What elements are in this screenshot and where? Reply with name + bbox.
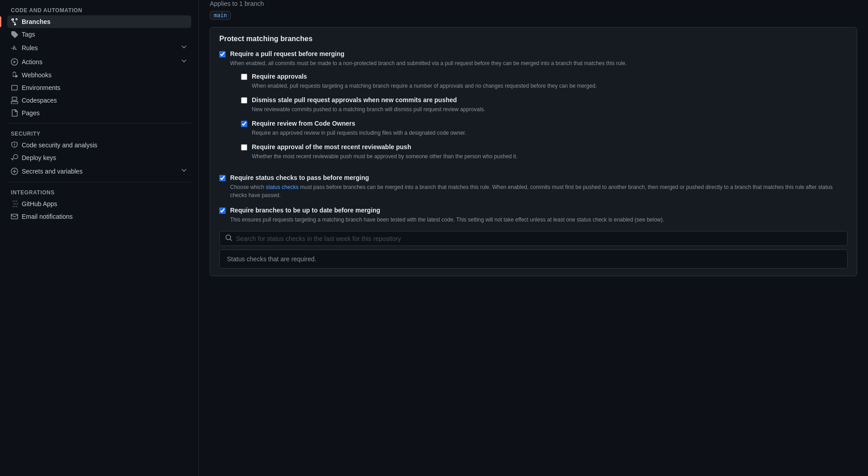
chevron-down-icon	[180, 57, 188, 66]
nested-row-dismiss-stale: Dismiss stale pull request approvals whe…	[241, 96, 848, 113]
sidebar-item-label-github-apps: GitHub Apps	[22, 200, 57, 207]
shield-icon	[11, 141, 18, 149]
sidebar-item-rules[interactable]: Rules	[7, 41, 191, 55]
rule-row-require-up-to-date: Require branches to be up to date before…	[219, 207, 848, 224]
rules-icon	[11, 44, 18, 52]
desc-require-pull-request: When enabled, all commits must be made t…	[230, 59, 848, 67]
apps-icon	[11, 200, 18, 207]
desc-require-status-checks: Choose which status checks must pass bef…	[230, 183, 848, 199]
sidebar-section-label-1: Security	[7, 127, 191, 139]
search-icon	[225, 234, 232, 243]
branch-tag: main	[210, 11, 231, 20]
pages-icon	[11, 109, 18, 117]
sidebar: Code and automationBranchesTagsRulesActi…	[0, 0, 199, 476]
desc-require-up-to-date: This ensures pull requests targeting a m…	[230, 216, 848, 224]
webhook-icon	[11, 71, 18, 79]
sidebar-item-label-secrets: Secrets and variables	[22, 168, 83, 175]
sidebar-item-environments[interactable]: Environments	[7, 81, 191, 94]
sidebar-section-label-2: Integrations	[7, 186, 191, 198]
sidebar-item-github-apps[interactable]: GitHub Apps	[7, 198, 191, 210]
label-require-recent-push: Require approval of the most recent revi…	[252, 143, 848, 151]
desc-require-code-owners: Require an approved review in pull reque…	[252, 129, 848, 137]
checkbox-dismiss-stale[interactable]	[241, 97, 247, 104]
label-require-approvals: Require approvals	[252, 73, 848, 80]
sidebar-item-label-actions: Actions	[22, 58, 42, 66]
label-require-up-to-date: Require branches to be up to date before…	[230, 207, 848, 214]
sidebar-section-label-0: Code and automation	[7, 4, 191, 15]
nested-row-require-recent-push: Require approval of the most recent revi…	[241, 143, 848, 160]
key-icon	[11, 154, 18, 161]
sidebar-item-label-email-notifications: Email notifications	[22, 213, 73, 220]
chevron-down-icon	[180, 167, 188, 175]
sidebar-item-label-tags: Tags	[22, 31, 35, 38]
checkbox-require-code-owners[interactable]	[241, 121, 247, 127]
sidebar-item-label-rules: Rules	[22, 44, 38, 52]
sidebar-item-label-pages: Pages	[22, 109, 40, 117]
environment-icon	[11, 84, 18, 91]
checkbox-require-approvals[interactable]	[241, 74, 247, 80]
sidebar-item-label-codespaces: Codespaces	[22, 97, 57, 104]
label-require-pull-request: Require a pull request before merging	[230, 50, 848, 57]
tag-icon	[11, 31, 18, 38]
protect-section: Protect matching branches Require a pull…	[210, 27, 857, 276]
desc-require-approvals: When enabled, pull requests targeting a …	[252, 82, 848, 90]
sidebar-item-codespaces[interactable]: Codespaces	[7, 94, 191, 107]
status-checks-required-box: Status checks that are required.	[219, 250, 848, 269]
sidebar-item-code-security[interactable]: Code security and analysis	[7, 139, 191, 151]
chevron-down-icon	[180, 43, 188, 52]
applies-text: Applies to 1 branch	[210, 0, 857, 7]
sidebar-item-branches[interactable]: Branches	[7, 15, 191, 28]
desc-dismiss-stale: New reviewable commits pushed to a match…	[252, 105, 848, 113]
nested-group-require-pull-request: Require approvalsWhen enabled, pull requ…	[241, 73, 848, 160]
play-icon	[11, 58, 18, 66]
main-content: Applies to 1 branch main Protect matchin…	[199, 0, 868, 476]
checkbox-require-recent-push[interactable]	[241, 144, 247, 151]
mail-icon	[11, 213, 18, 220]
sidebar-item-deploy-keys[interactable]: Deploy keys	[7, 151, 191, 164]
label-dismiss-stale: Dismiss stale pull request approvals whe…	[252, 96, 848, 104]
sidebar-item-label-webhooks: Webhooks	[22, 71, 52, 79]
sidebar-item-pages[interactable]: Pages	[7, 107, 191, 119]
checkbox-require-up-to-date[interactable]	[219, 207, 226, 214]
nested-row-require-approvals: Require approvalsWhen enabled, pull requ…	[241, 73, 848, 90]
nested-row-require-code-owners: Require review from Code OwnersRequire a…	[241, 120, 848, 137]
branch-icon	[11, 18, 18, 25]
sidebar-item-tags[interactable]: Tags	[7, 28, 191, 41]
sidebar-item-email-notifications[interactable]: Email notifications	[7, 210, 191, 223]
rules-container: Require a pull request before mergingWhe…	[219, 50, 848, 269]
plus-circle-icon	[11, 168, 18, 175]
sidebar-item-label-branches: Branches	[22, 18, 51, 25]
desc-require-recent-push: Whether the most recent reviewable push …	[252, 152, 848, 160]
sidebar-item-label-code-security: Code security and analysis	[22, 141, 97, 149]
sidebar-item-actions[interactable]: Actions	[7, 55, 191, 69]
codespaces-icon	[11, 97, 18, 104]
protect-section-title: Protect matching branches	[219, 35, 848, 43]
rule-row-require-pull-request: Require a pull request before mergingWhe…	[219, 50, 848, 167]
label-require-code-owners: Require review from Code Owners	[252, 120, 848, 127]
status-checks-search-input[interactable]	[236, 235, 842, 242]
rule-row-require-status-checks: Require status checks to pass before mer…	[219, 174, 848, 199]
checkbox-require-pull-request[interactable]	[219, 51, 226, 57]
sidebar-item-label-deploy-keys: Deploy keys	[22, 154, 56, 161]
sidebar-item-webhooks[interactable]: Webhooks	[7, 69, 191, 81]
status-checks-search-box	[219, 231, 848, 246]
status-checks-link[interactable]: status checks	[266, 184, 299, 190]
label-require-status-checks: Require status checks to pass before mer…	[230, 174, 848, 181]
sidebar-item-label-environments: Environments	[22, 84, 61, 91]
sidebar-item-secrets[interactable]: Secrets and variables	[7, 164, 191, 178]
checkbox-require-status-checks[interactable]	[219, 175, 226, 181]
